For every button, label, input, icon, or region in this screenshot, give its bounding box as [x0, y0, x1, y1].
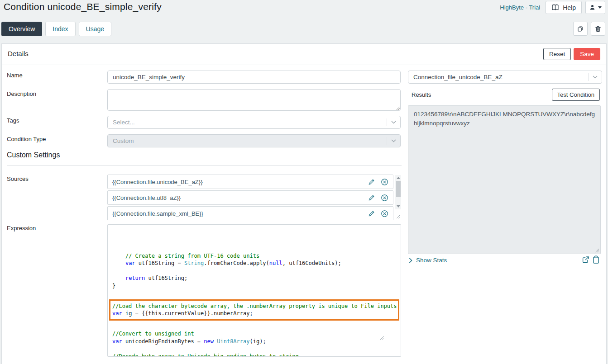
test-connection-value: Connection_file_unicode_BE_aZ: [408, 74, 588, 80]
chevron-right-icon: [409, 258, 412, 263]
pencil-icon[interactable]: [362, 210, 375, 217]
sources-list: {{Connection.file.unicode_BE_aZ}}{{Conne…: [107, 175, 393, 220]
tab-index[interactable]: Index: [45, 22, 75, 36]
help-button[interactable]: Help: [546, 1, 582, 14]
pencil-icon[interactable]: [362, 178, 375, 186]
copy-icon: [577, 25, 584, 33]
test-connection-select[interactable]: Connection_file_unicode_BE_aZ: [408, 71, 602, 84]
source-row: {{Connection.file.unicode_BE_aZ}}: [107, 175, 393, 189]
results-output: 0123456789\r\nABCDEFGHIJKLMNOPQRSTUVWXYZ…: [408, 105, 601, 254]
pencil-icon[interactable]: [362, 194, 375, 202]
expression-label: Expression: [7, 225, 36, 232]
tab-overview[interactable]: Overview: [1, 22, 42, 36]
source-reference: {{Connection.file.sample_xml_BE}}: [112, 210, 362, 217]
code-line: var ig = {{this.currentValue}}.numberArr…: [112, 310, 396, 317]
delete-button[interactable]: [591, 22, 605, 36]
resize-grip-icon[interactable]: [396, 214, 401, 219]
source-row: {{Connection.file.sample_xml_BE}}: [107, 206, 393, 220]
details-panel-header: Details Reset Save: [2, 44, 606, 65]
source-reference: {{Connection.file.unicode_BE_aZ}}: [112, 179, 362, 185]
page-title: Condition unicode_BE_simple_verify: [4, 1, 162, 12]
highlight-box: //Load the character bytecode array, the…: [109, 299, 399, 321]
resize-grip-icon[interactable]: [380, 321, 399, 355]
code-line: [112, 345, 396, 353]
clipboard-icon[interactable]: [592, 255, 600, 264]
tags-select[interactable]: Select...: [107, 116, 401, 129]
code-line: [112, 267, 396, 275]
code-line: return utf16String;: [112, 274, 396, 282]
tab-usage[interactable]: Usage: [79, 22, 111, 36]
tab-bar: Overview Index Usage: [1, 22, 111, 36]
chevron-down-icon: [589, 76, 602, 79]
details-heading: Details: [8, 50, 29, 57]
test-condition-button[interactable]: Test Condition: [552, 89, 600, 101]
show-stats-label: Show Stats: [416, 257, 447, 264]
chevron-down-icon: [387, 139, 400, 142]
results-actions: [581, 255, 600, 264]
chevron-down-icon: [387, 121, 400, 124]
description-textarea[interactable]: [107, 89, 401, 111]
scroll-down-icon[interactable]: [397, 205, 400, 208]
sources-widget: {{Connection.file.unicode_BE_aZ}}{{Conne…: [107, 175, 401, 220]
reset-button[interactable]: Reset: [543, 48, 571, 60]
tags-label: Tags: [7, 117, 19, 124]
duplicate-button[interactable]: [573, 22, 588, 36]
account-label[interactable]: HighByte - Trial: [500, 4, 540, 11]
remove-circle-icon[interactable]: [375, 178, 388, 186]
resize-grip-icon[interactable]: [595, 248, 599, 253]
condition-type-select: Custom: [107, 134, 401, 147]
scroll-up-icon[interactable]: [397, 177, 400, 179]
custom-settings-heading: Custom Settings: [7, 151, 60, 159]
code-line: var unicodeBigEndianBytes = new Uint8Arr…: [112, 338, 396, 345]
code-line: // Create a string from UTF-16 code unit…: [112, 252, 396, 260]
condition-type-label: Condition Type: [7, 136, 46, 142]
help-label: Help: [563, 4, 576, 11]
save-button[interactable]: Save: [574, 48, 600, 60]
code-line: //Load the character bytecode array, the…: [112, 303, 396, 310]
user-menu-button[interactable]: [585, 1, 605, 14]
section-divider: [7, 165, 402, 165]
description-label: Description: [7, 90, 36, 97]
object-actions: [573, 22, 605, 36]
sources-scrollbar[interactable]: [395, 175, 401, 209]
results-text: 0123456789\r\nABCDEFGHIJKLMNOPQRSTUVWXYZ…: [414, 111, 595, 127]
code-line: //Convert to unsigned int: [112, 330, 396, 338]
tags-select-value: Select...: [108, 119, 387, 126]
remove-circle-icon[interactable]: [375, 210, 388, 217]
source-row: {{Connection.file.utf8_aZ}}: [107, 190, 393, 205]
code-line: [112, 323, 396, 331]
condition-type-value: Custom: [108, 137, 387, 144]
header-actions: HighByte - Trial Help: [500, 1, 605, 14]
caret-down-icon: [598, 6, 602, 9]
show-stats-toggle[interactable]: Show Stats: [409, 257, 447, 264]
code-line: [112, 289, 396, 297]
name-input[interactable]: [107, 71, 401, 84]
code-line: //Decode byte array to Unicode big-endia…: [112, 353, 396, 357]
book-icon: [551, 4, 559, 11]
results-label: Results: [412, 91, 431, 98]
person-icon: [589, 4, 596, 11]
sources-label: Sources: [7, 175, 29, 182]
code-line: }: [112, 282, 396, 290]
scrollbar-thumb[interactable]: [396, 181, 401, 197]
remove-circle-icon[interactable]: [375, 194, 388, 202]
code-line: var utf16String = String.fromCharCode.ap…: [112, 260, 396, 267]
source-reference: {{Connection.file.utf8_aZ}}: [112, 194, 362, 201]
external-link-icon[interactable]: [581, 255, 590, 264]
expression-editor[interactable]: // Create a string from UTF-16 code unit…: [107, 224, 401, 357]
trash-icon: [594, 25, 602, 33]
name-label: Name: [7, 72, 23, 79]
details-panel: Details Reset Save Name Description Tags…: [1, 43, 607, 364]
